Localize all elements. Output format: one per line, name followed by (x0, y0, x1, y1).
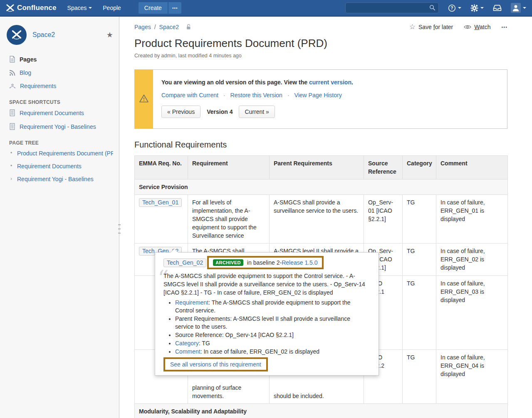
property-link[interactable]: Category (175, 340, 199, 347)
space-name-link[interactable]: Space2 (32, 31, 55, 39)
help-menu-button[interactable]: ? (448, 4, 461, 12)
save-for-later-button[interactable]: ☆ Save for later (409, 23, 453, 30)
table-row: Tech_Gen_01 For all levels of implementa… (135, 195, 508, 243)
create-button-group: Create ••• (139, 2, 182, 14)
page-tree-heading: PAGE TREE (9, 140, 113, 146)
annotation-box-see-all: See all versions of this requirement (163, 357, 268, 371)
avatar (511, 3, 521, 13)
create-button[interactable]: Create (139, 2, 168, 14)
star-outline-icon: ☆ (409, 23, 416, 30)
nav-people[interactable]: People (103, 5, 121, 11)
tray-icon (493, 5, 502, 11)
svg-text:?: ? (450, 6, 453, 10)
old-version-message: You are viewing an old version of this p… (161, 79, 353, 86)
sidebar-item-requirements[interactable]: Requirements (9, 83, 113, 89)
product-name: Confluence (17, 4, 57, 12)
list-item: Category: TG (175, 339, 370, 347)
column-header: Source Reference (364, 156, 403, 179)
tree-bullet: • (9, 150, 13, 156)
tree-bullet: • (9, 163, 13, 169)
requirement-yogi-icon (9, 84, 16, 89)
watch-button[interactable]: Watch (464, 24, 490, 30)
page-title: Product Requirements Document (PRD) (134, 37, 507, 50)
help-icon: ? (448, 4, 456, 12)
list-item: Comment: In case of failure, ERR_GEN_02 … (175, 348, 370, 356)
notifications-tray-button[interactable] (493, 5, 502, 11)
column-header: Requirement (188, 156, 270, 179)
see-all-versions-link[interactable]: See all versions of this requirement (170, 361, 261, 368)
space-logo[interactable] (7, 25, 27, 45)
pages-icon (9, 56, 15, 63)
sidebar-item-blog[interactable]: Blog (9, 69, 113, 76)
tree-item-requirement-documents[interactable]: • Requirement Documents (9, 163, 113, 170)
document-icon (9, 123, 15, 130)
requirement-properties-list: Requirement: The A-SMGCS shall provide e… (175, 299, 370, 356)
requirement-quote: The A-SMGCS shall provide equipment to s… (163, 272, 370, 297)
functional-requirements-heading: Functional Requirements (134, 140, 507, 150)
space-sidebar: Space2 ★ Pages (0, 17, 119, 418)
search-input[interactable] (345, 2, 439, 13)
chevron-down-icon (523, 7, 526, 9)
requirement-key-link[interactable]: Tech_Gen_02 (163, 258, 206, 267)
confluence-logo-icon (6, 4, 15, 12)
page-more-button[interactable]: ••• (501, 25, 507, 30)
view-page-history-link[interactable]: View Page History (294, 92, 342, 98)
chevron-down-icon (480, 7, 484, 9)
chevron-down-icon (458, 7, 461, 9)
shortcut-requirement-yogi-baselines[interactable]: Requirement Yogi - Baselines (9, 123, 113, 130)
current-version-link[interactable]: current version (309, 79, 351, 86)
old-version-banner: You are viewing an old version of this p… (134, 69, 507, 129)
eye-icon (464, 25, 471, 30)
list-item: Source Reference: Op_Serv-14 [ICAO §2.2.… (175, 331, 370, 339)
chevron-down-icon (89, 7, 92, 9)
user-menu-button[interactable] (511, 3, 526, 13)
table-header-row: EMMA Req. No. Requirement Parent Require… (135, 156, 508, 179)
property-link[interactable]: Comment (175, 348, 200, 355)
gear-icon (470, 4, 478, 12)
confluence-logo[interactable]: Confluence (6, 4, 57, 12)
version-label: Version 4 (207, 108, 233, 115)
column-header: EMMA Req. No. (135, 156, 188, 179)
blog-rss-icon (9, 70, 15, 76)
top-nav: Confluence Spaces People Create ••• (0, 0, 532, 17)
archived-badge: ARCHIVED (213, 259, 243, 266)
create-more-button[interactable]: ••• (168, 2, 182, 14)
release-link[interactable]: Release 1.5.0 (282, 259, 317, 266)
tree-expand-chevron[interactable]: › (9, 176, 13, 182)
restore-this-version-link[interactable]: Restore this Version (230, 92, 282, 98)
page-content: Pages / Space2 ☆ Save for later (120, 17, 532, 418)
requirement-popup: Tech_Gen_02 ARCHIVED in baseline 2-Relea… (155, 252, 379, 376)
breadcrumb-space2[interactable]: Space2 (159, 24, 179, 30)
annotation-box-archived: ARCHIVED in baseline 2-Release 1.5.0 (207, 256, 323, 269)
favourite-star-icon[interactable]: ★ (106, 30, 113, 39)
tree-item-requirement-yogi-baselines[interactable]: › Requirement Yogi - Baselines (9, 176, 113, 182)
breadcrumb: Pages / Space2 (134, 24, 191, 30)
breadcrumb-pages[interactable]: Pages (134, 24, 151, 30)
document-icon (9, 109, 15, 116)
page-byline: Created by admin, last modified 4 minute… (134, 53, 507, 59)
nav-spaces[interactable]: Spaces (67, 5, 92, 11)
warning-icon (139, 94, 149, 104)
space-shortcuts-heading: SPACE SHORTCUTS (9, 99, 113, 105)
list-item: Parent Requirements: A-SMGCS level II sh… (175, 315, 370, 331)
property-link[interactable]: Requirement (175, 299, 208, 306)
unrestricted-lock-icon[interactable] (186, 24, 191, 30)
section-row: Service Provision (135, 179, 508, 195)
requirement-key-link[interactable]: Tech_Gen_01 (139, 198, 182, 207)
compare-with-current-link[interactable]: Compare with Current (161, 92, 218, 98)
sidebar-item-pages[interactable]: Pages (9, 56, 113, 63)
column-header: Comment (436, 156, 508, 179)
shortcut-requirement-documents[interactable]: Requirement Documents (9, 109, 113, 116)
tree-item-prd[interactable]: • Product Requirements Document (PRD) (9, 150, 113, 157)
column-header: Category (403, 156, 436, 179)
current-version-button[interactable]: Current » (239, 106, 275, 118)
section-row: Modularity, Scalability and Adaptability (135, 404, 508, 418)
previous-version-button[interactable]: « Previous (161, 106, 200, 118)
column-header: Parent Requirements (270, 156, 364, 179)
search-icon (429, 5, 435, 12)
settings-menu-button[interactable] (470, 4, 484, 12)
list-item: Requirement: The A-SMGCS shall provide e… (175, 299, 370, 315)
